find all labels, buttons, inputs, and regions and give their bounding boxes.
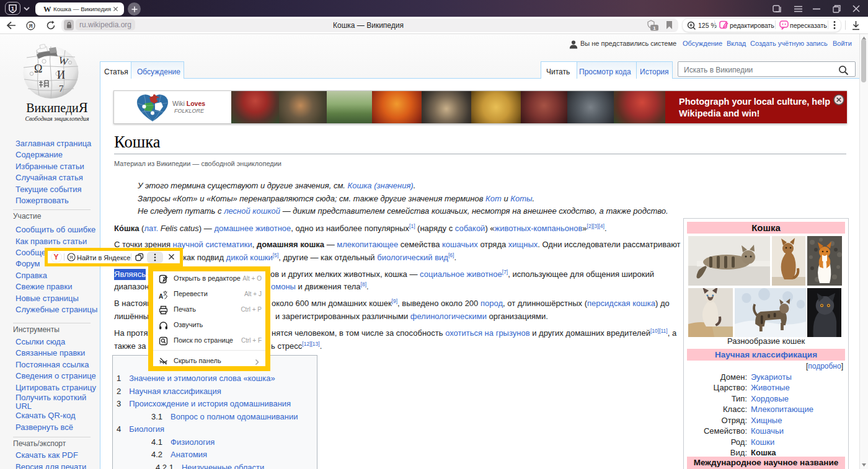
svg-text:A: A: [159, 293, 163, 300]
svg-text:1: 1: [653, 25, 656, 31]
svg-text:7: 7: [59, 84, 64, 94]
svg-text:Я: Я: [29, 23, 33, 29]
svg-text:Я: Я: [69, 255, 73, 260]
svg-text:И: И: [57, 69, 65, 81]
svg-text:1: 1: [11, 5, 15, 12]
svg-text:Ω: Ω: [34, 63, 42, 75]
